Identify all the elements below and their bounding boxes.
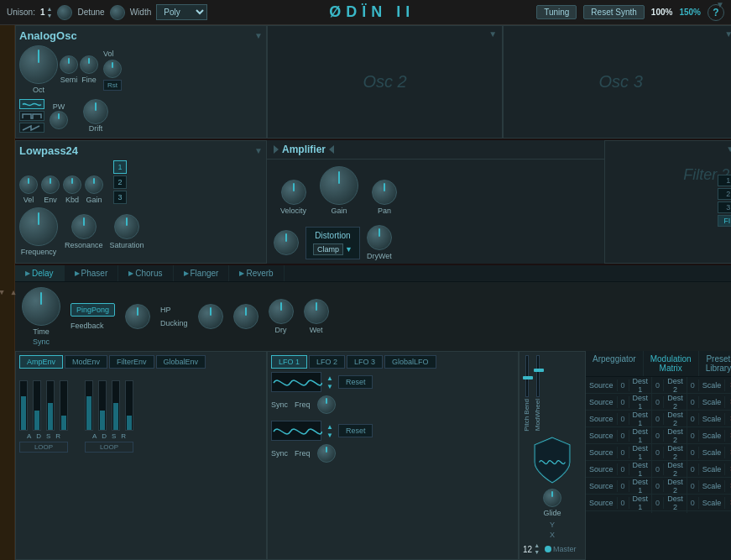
x-btn-7[interactable]: × [725,498,731,507]
env-d1-slider[interactable] [33,380,41,431]
x-btn-1[interactable]: × [725,397,731,406]
filter-btn-2[interactable]: 2 [113,175,127,189]
octave-spinner[interactable]: 12 ▲ ▼ [523,542,540,556]
dest2-val-3[interactable]: 0 [687,430,699,442]
kbd-knob[interactable] [63,175,81,194]
ducking-knob[interactable] [233,304,258,329]
env-s2-slider[interactable] [112,380,120,431]
source-col-0[interactable]: Source [586,379,618,391]
global-lfo-tab[interactable]: GlobalLFO [384,355,436,369]
source-val-5[interactable]: 0 [618,463,629,475]
drift-knob[interactable] [83,99,108,124]
saturation-knob[interactable] [114,214,139,239]
amp-expand-left[interactable] [274,145,279,154]
drywet-knob[interactable] [367,225,392,250]
pitch-bend-slider[interactable] [525,355,529,397]
env-r1-slider[interactable] [60,380,68,431]
lfo1-reset-button[interactable]: Reset [338,375,373,389]
wave-saw[interactable] [19,123,44,133]
filter-num-1[interactable]: 1 [718,175,731,186]
dest1-val-0[interactable]: 0 [652,379,664,391]
rst-button[interactable]: Rst [103,80,122,91]
dest1-val-3[interactable]: 0 [652,430,664,442]
dest2-val-4[interactable]: 0 [687,447,699,458]
dest1-val-4[interactable]: 0 [652,447,664,458]
scale-col-0[interactable]: Scale [699,379,726,391]
source-col-6[interactable]: Source [586,480,618,492]
source-val-3[interactable]: 0 [618,430,629,442]
env-a1-slider[interactable] [19,380,28,431]
filterenv-tab[interactable]: FilterEnv [109,355,154,369]
phaser-tab[interactable]: ▶ Phaser [65,265,119,281]
velocity-knob[interactable] [281,180,306,205]
ampenv-tab[interactable]: AmpEnv [19,355,63,369]
modenv-tab[interactable]: ModEnv [65,355,107,369]
filter-num-3[interactable]: 3 [718,201,731,213]
filter-num-2[interactable]: 2 [718,188,731,200]
reverb-tab[interactable]: ▶ Reverb [229,265,284,281]
unison-up[interactable]: ▲ [46,6,52,13]
env-knob[interactable] [41,175,60,194]
scale-col-2[interactable]: Scale [699,413,726,425]
modmatrix-tab[interactable]: Modulation Matrix [644,351,699,376]
flanger-tab[interactable]: ▶ Flanger [174,265,230,281]
gain-knob[interactable] [85,175,103,194]
fine-knob[interactable] [80,55,98,74]
lfo2-reset-button[interactable]: Reset [338,424,373,437]
x-btn-2[interactable]: × [725,414,731,423]
scale-col-1[interactable]: Scale [699,396,726,408]
lfo2-freq-knob[interactable] [317,444,336,463]
wave-square[interactable] [19,111,44,121]
dest1-val-7[interactable]: 0 [652,497,664,509]
source-col-3[interactable]: Source [586,430,618,442]
lfo3-tab[interactable]: LFO 3 [347,355,383,369]
modwheel-slider[interactable] [536,355,540,397]
pw-knob[interactable] [50,111,68,129]
lfo1-freq-knob[interactable] [317,395,336,414]
scale-col-4[interactable]: Scale [699,447,726,458]
filter-collapse[interactable]: ▼ [254,146,263,155]
dest2-val-5[interactable]: 0 [687,463,699,475]
scale-col-7[interactable]: Scale [699,497,726,509]
osc3-collapse[interactable]: ▼ [724,29,731,39]
dest2-val-7[interactable]: 0 [687,497,699,509]
amp-arrow-down[interactable]: ▼ [716,0,724,9]
wave-sine[interactable] [19,99,44,109]
lfo2-type-arrows[interactable]: ▲ ▼ [326,423,333,439]
filter-btn-1[interactable]: 1 [113,160,127,174]
tuning-button[interactable]: Tuning [536,5,577,19]
lfo2-tab[interactable]: LFO 2 [309,355,345,369]
filter2-collapse[interactable]: ▼ [726,144,731,154]
dry-knob[interactable] [269,299,294,324]
scale-col-5[interactable]: Scale [699,463,726,475]
clamp-arrow[interactable]: ▼ [345,245,352,254]
dest1-val-5[interactable]: 0 [652,463,664,475]
unison-down[interactable]: ▼ [46,13,52,19]
x-btn-3[interactable]: × [725,431,731,440]
sync-label[interactable]: Sync [33,338,50,346]
vol-knob[interactable] [103,60,122,78]
zoom-150[interactable]: 150% [679,8,701,17]
source-val-4[interactable]: 0 [618,447,629,458]
resonance-knob[interactable] [71,214,97,239]
zoom-100[interactable]: 100% [651,8,673,17]
scale-col-6[interactable]: Scale [699,480,726,492]
frequency-knob[interactable] [19,207,58,246]
osc1-collapse[interactable]: ▼ [254,31,263,40]
hp-knob[interactable] [198,304,223,329]
loop2-label[interactable]: LOOP [85,442,133,453]
width-knob[interactable] [110,5,125,20]
glide-knob[interactable] [543,489,561,507]
filter-btn-3[interactable]: 3 [113,191,127,204]
clamp-label[interactable]: Clamp [313,243,343,255]
source-val-2[interactable]: 0 [618,413,629,425]
env-d2-slider[interactable] [98,380,107,431]
scale-col-3[interactable]: Scale [699,430,726,442]
delay-tab[interactable]: ▶ Delay [15,265,65,281]
octave-arrows[interactable]: ▲ ▼ [534,542,540,556]
source-val-6[interactable]: 0 [618,480,629,492]
wet-knob[interactable] [304,299,329,324]
x-btn-0[interactable]: × [725,380,731,390]
semi-knob[interactable] [60,55,78,74]
oct-control[interactable]: Oct [19,45,58,94]
